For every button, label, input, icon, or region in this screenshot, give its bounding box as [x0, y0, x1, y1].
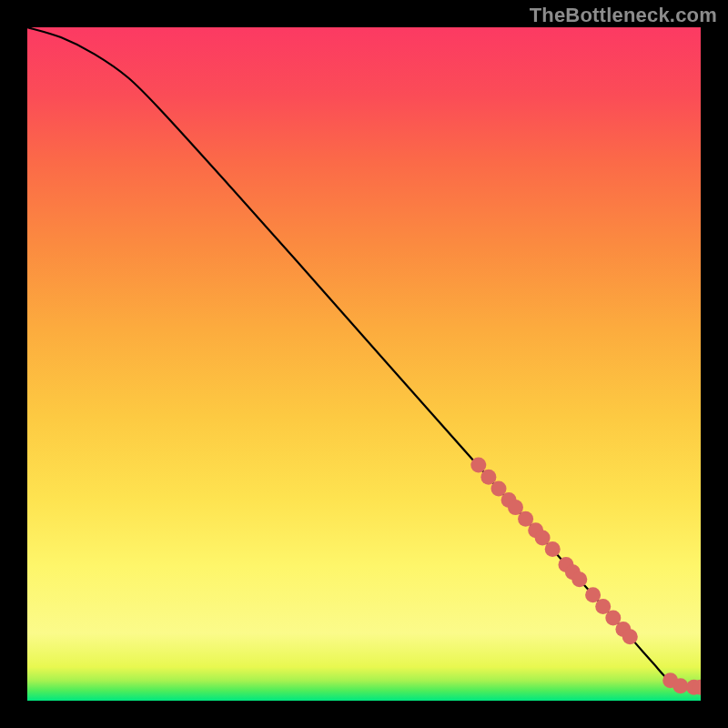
hotspot-dot	[470, 458, 486, 473]
hotspot-dot	[672, 678, 688, 693]
main-curve	[27, 27, 701, 688]
hotspot-dot	[622, 629, 638, 644]
hotspot-dots	[470, 458, 701, 695]
chart-stage: TheBottleneck.com	[0, 0, 728, 728]
hotspot-dot	[571, 571, 587, 587]
watermark-text: TheBottleneck.com	[530, 4, 717, 27]
chart-svg	[27, 27, 701, 701]
hotspot-dot	[545, 541, 561, 557]
plot-area	[27, 27, 701, 701]
